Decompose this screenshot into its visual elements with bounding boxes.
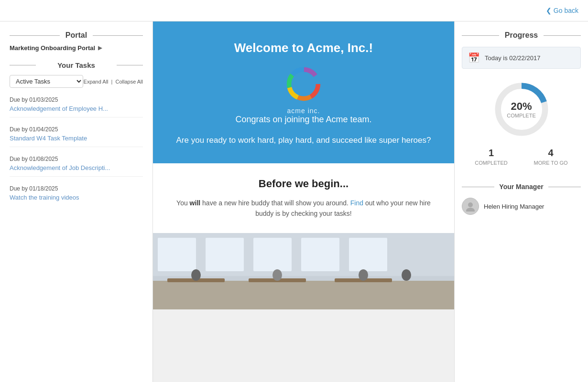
more-count: 4 <box>534 148 568 159</box>
welcome-congrats: Congrats on joining the Acme team. <box>167 115 440 125</box>
completed-label: COMPLETED <box>475 160 507 166</box>
portal-section-header: Portal <box>10 31 143 40</box>
completed-count: 1 <box>475 148 507 159</box>
manager-line-left <box>462 187 494 187</box>
top-bar: ❮ Go back <box>0 0 588 21</box>
go-back-label: Go back <box>554 7 578 14</box>
task-due-3: Due by 01/18/2025 <box>10 185 143 192</box>
progress-circle-container: 20% COMPLETE 1 COMPLETED 4 MORE TO GO <box>462 78 581 166</box>
go-back-button[interactable]: ❮ Go back <box>546 7 578 14</box>
svg-point-19 <box>191 269 201 281</box>
svg-point-20 <box>272 269 282 281</box>
svg-point-21 <box>359 269 368 281</box>
header-line-right <box>93 35 143 36</box>
filter-row: Active Tasks All Tasks Completed Tasks E… <box>10 75 143 88</box>
svg-rect-13 <box>253 238 292 271</box>
separator: | <box>111 79 114 85</box>
task-due-0: Due by 01/03/2025 <box>10 96 143 103</box>
manager-title: Your Manager <box>499 183 543 191</box>
date-text: Today is 02/22/2017 <box>485 54 540 62</box>
task-item-2[interactable]: Due by 01/08/2025 Acknowledgement of Job… <box>10 156 143 177</box>
manager-section: Your Manager Helen Hiring Manager <box>462 176 581 215</box>
date-badge: 📅 Today is 02/22/2017 <box>462 47 581 69</box>
portal-name: Marketing Onboarding Portal <box>10 44 95 52</box>
company-name: acme inc. <box>167 107 440 115</box>
task-name-0[interactable]: Acknowledgement of Employee H... <box>10 105 108 112</box>
begin-section: Before we begin... You will have a new h… <box>153 163 454 233</box>
main-layout: Portal Marketing Onboarding Portal ▶ You… <box>0 21 588 382</box>
donut-percent: 20% <box>507 100 536 113</box>
donut-label: COMPLETE <box>507 113 536 118</box>
svg-point-25 <box>468 202 473 207</box>
task-name-1[interactable]: Standard W4 Task Template <box>10 135 87 142</box>
progress-title: Progress <box>505 31 538 40</box>
manager-header: Your Manager <box>462 183 581 191</box>
manager-name: Helen Hiring Manager <box>484 203 544 210</box>
svg-point-22 <box>402 269 411 281</box>
office-image <box>153 233 454 309</box>
task-due-2: Due by 01/08/2025 <box>10 156 143 162</box>
welcome-banner: Welcome to Acme, Inc.! acme inc. <box>153 21 454 163</box>
task-item-3[interactable]: Due by 01/18/2025 Watch the training vid… <box>10 185 143 206</box>
sidebar: Portal Marketing Onboarding Portal ▶ You… <box>0 21 153 382</box>
svg-rect-9 <box>153 281 454 309</box>
progress-stats: 1 COMPLETED 4 MORE TO GO <box>462 148 581 166</box>
tasks-line-left <box>10 65 36 65</box>
more-stat: 4 MORE TO GO <box>534 148 568 166</box>
donut-chart: 20% COMPLETE <box>490 78 553 140</box>
chevron-left-icon: ❮ <box>546 7 552 14</box>
header-line-left <box>10 35 60 36</box>
expand-collapse-controls: Expand All | Collapse All <box>84 79 143 85</box>
welcome-question: Are you ready to work hard, play hard, a… <box>167 134 440 147</box>
completed-stat: 1 COMPLETED <box>475 148 507 166</box>
task-name-2[interactable]: Acknowledgement of Job Descripti... <box>10 164 110 171</box>
svg-point-7 <box>296 76 311 92</box>
portal-title: Portal <box>65 31 87 40</box>
manager-avatar <box>462 198 479 215</box>
center-content: Welcome to Acme, Inc.! acme inc. <box>153 21 454 382</box>
portal-nav[interactable]: Marketing Onboarding Portal ▶ <box>10 44 143 52</box>
svg-point-26 <box>466 208 475 212</box>
progress-header: Progress <box>462 31 581 40</box>
svg-rect-14 <box>301 238 339 271</box>
svg-rect-12 <box>206 238 244 271</box>
progress-line-right <box>544 35 581 36</box>
find-link[interactable]: Find <box>350 199 363 207</box>
calendar-icon: 📅 <box>468 52 480 64</box>
collapse-all-link[interactable]: Collapse All <box>116 79 143 85</box>
tasks-line-right <box>117 65 143 65</box>
welcome-title: Welcome to Acme, Inc.! <box>167 41 440 55</box>
tasks-header: Your Tasks <box>10 61 143 69</box>
donut-center: 20% COMPLETE <box>507 100 536 118</box>
expand-all-link[interactable]: Expand All <box>84 79 109 85</box>
task-item-1[interactable]: Due by 01/04/2025 Standard W4 Task Templ… <box>10 126 143 147</box>
begin-title: Before we begin... <box>172 178 435 190</box>
svg-rect-11 <box>158 238 196 271</box>
manager-info: Helen Hiring Manager <box>462 198 581 215</box>
svg-rect-15 <box>349 238 387 271</box>
portal-arrow-icon: ▶ <box>98 45 102 51</box>
your-tasks-title: Your Tasks <box>57 61 95 69</box>
manager-line-right <box>548 187 581 187</box>
task-due-1: Due by 01/04/2025 <box>10 126 143 133</box>
more-label: MORE TO GO <box>534 160 568 166</box>
task-item-0[interactable]: Due by 01/03/2025 Acknowledgement of Emp… <box>10 96 143 117</box>
acme-logo <box>284 65 323 103</box>
task-filter-select[interactable]: Active Tasks All Tasks Completed Tasks <box>10 75 83 88</box>
begin-text: You will have a new hire buddy that will… <box>172 198 435 219</box>
task-name-3[interactable]: Watch the training videos <box>10 194 79 201</box>
right-panel: Progress 📅 Today is 02/22/2017 20% COMPL… <box>454 21 588 382</box>
progress-line-left <box>462 35 499 36</box>
